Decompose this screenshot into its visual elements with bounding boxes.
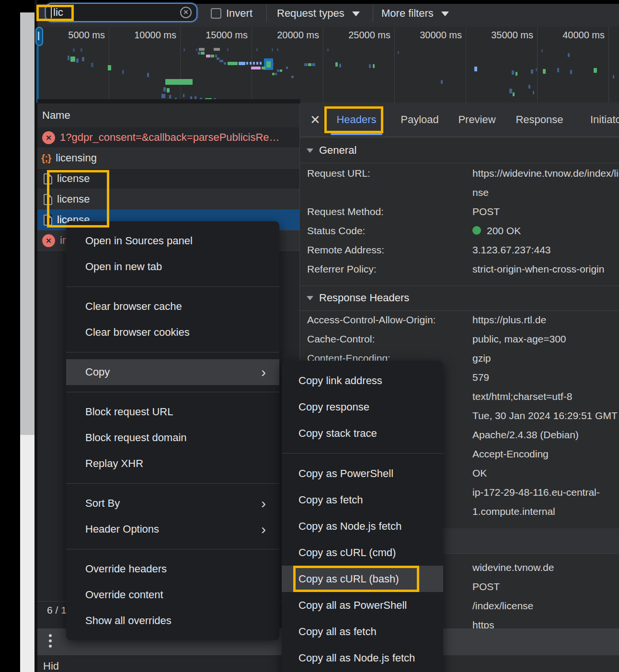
error-icon xyxy=(42,234,55,247)
menu-item-clear-browser-cookies[interactable]: Clear browser cookies xyxy=(66,319,279,345)
waterfall-marker xyxy=(82,57,84,61)
timeline-time-label: 25000 ms xyxy=(323,30,390,42)
page-scrollbar[interactable] xyxy=(20,12,34,672)
tab-payload[interactable]: Payload xyxy=(400,103,439,137)
waterfall-marker xyxy=(169,95,171,99)
waterfall-marker xyxy=(277,48,278,51)
submenu-item-copy-link-address[interactable]: Copy link address xyxy=(282,367,443,394)
json-icon: {;} xyxy=(41,152,51,164)
header-field-value: 200 OK xyxy=(472,221,521,240)
request-row[interactable]: {;}licensing xyxy=(37,148,299,169)
tab-preview[interactable]: Preview xyxy=(458,103,496,137)
timeline-time-label: 10000 ms xyxy=(109,30,176,42)
timeline-time-label: 5000 ms xyxy=(38,30,105,42)
chevron-down-icon xyxy=(352,11,360,16)
menu-item-override-content[interactable]: Override content xyxy=(66,582,279,608)
menu-item-block-request-url[interactable]: Block request URL xyxy=(66,399,279,425)
page-scrollbar-thumb[interactable] xyxy=(20,12,34,435)
chevron-down-icon xyxy=(441,11,449,16)
waterfall-marker xyxy=(260,62,262,65)
page-background-strip xyxy=(0,0,20,672)
context-menu: Open in Sources panelOpen in new tabClea… xyxy=(66,221,279,640)
error-icon xyxy=(42,131,55,144)
submenu-item-copy-as-fetch[interactable]: Copy as fetch xyxy=(282,487,443,513)
invert-checkbox[interactable] xyxy=(211,8,221,19)
submenu-item-copy-as-node-js-fetch[interactable]: Copy as Node.js fetch xyxy=(282,513,443,539)
waterfall-marker xyxy=(312,63,315,66)
submenu-item-copy-as-curl-bash-[interactable]: Copy as cURL (bash) xyxy=(282,566,443,592)
kebab-menu-icon[interactable] xyxy=(49,634,52,637)
menu-divider xyxy=(282,453,443,454)
more-filters-dropdown[interactable]: More filters xyxy=(381,0,449,27)
waterfall-marker xyxy=(211,55,214,57)
timeline-time-label: 20000 ms xyxy=(252,30,319,42)
section-general[interactable]: General xyxy=(300,138,619,163)
waterfall-marker xyxy=(199,48,205,51)
menu-item-sort-by[interactable]: Sort By› xyxy=(66,490,279,516)
overview-selection-handle[interactable] xyxy=(35,27,43,46)
menu-item-copy[interactable]: Copy› xyxy=(66,359,279,385)
waterfall-marker xyxy=(147,73,149,77)
header-field-value: 3.123.67.237:443 xyxy=(472,240,551,260)
request-name: licensing xyxy=(56,152,97,164)
submenu-item-copy-as-curl-cmd-[interactable]: Copy as cURL (cmd) xyxy=(282,539,443,566)
waterfall-marker xyxy=(73,48,75,52)
submenu-item-copy-as-powershell[interactable]: Copy as PowerShell xyxy=(282,460,443,487)
section-divider xyxy=(300,163,619,163)
toolbar-divider xyxy=(266,5,267,22)
header-field-row: Request URL:https://widevine.tvnow.de/in… xyxy=(300,164,619,183)
tab-initiator[interactable]: Initiator xyxy=(581,103,619,137)
waterfall-marker xyxy=(557,68,559,72)
submenu-item-copy-all-as-powershell[interactable]: Copy all as PowerShell xyxy=(282,592,443,618)
waterfall-marker xyxy=(531,69,533,74)
clear-filter-icon[interactable] xyxy=(180,7,192,18)
waterfall-marker xyxy=(441,80,443,84)
close-icon[interactable]: ✕ xyxy=(308,112,323,127)
request-types-dropdown[interactable]: Request types xyxy=(277,0,360,27)
menu-item-override-headers[interactable]: Override headers xyxy=(66,556,279,582)
section-response-headers[interactable]: Response Headers xyxy=(300,285,619,310)
waterfall-marker xyxy=(286,67,288,69)
header-field-row: Cache-Control:public, max-age=300 xyxy=(300,330,619,349)
menu-item-block-request-domain[interactable]: Block request domain xyxy=(66,425,279,451)
header-field-name: Remote Address: xyxy=(307,240,384,260)
header-field-name: Cache-Control: xyxy=(307,330,375,349)
waterfall-marker xyxy=(91,63,93,67)
waterfall-marker xyxy=(304,63,308,66)
header-field-value: Apache/2.4.38 (Debian) xyxy=(472,425,579,444)
menu-item-clear-browser-cache[interactable]: Clear browser cache xyxy=(66,294,279,319)
waterfall-marker xyxy=(219,60,223,62)
status-overflow-text: Hid xyxy=(43,660,59,672)
header-field-value: Accept-Encoding xyxy=(472,444,549,464)
submenu-item-copy-all-as-fetch[interactable]: Copy all as fetch xyxy=(282,618,443,645)
request-types-label: Request types xyxy=(277,0,344,27)
menu-item-open-in-sources-panel[interactable]: Open in Sources panel xyxy=(66,228,279,254)
submenu-item-copy-all-as-node-js-fetch[interactable]: Copy all as Node.js fetch xyxy=(282,645,443,671)
tab-response[interactable]: Response xyxy=(515,103,564,137)
waterfall-marker xyxy=(594,68,597,73)
waterfall-marker xyxy=(280,69,282,72)
waterfall-marker xyxy=(68,56,69,60)
menu-item-open-in-new-tab[interactable]: Open in new tab xyxy=(66,254,279,280)
waterfall-marker xyxy=(163,87,166,91)
waterfall-overview[interactable]: 5000 ms10000 ms15000 ms20000 ms25000 ms3… xyxy=(37,27,619,103)
overview-bottom-shadow xyxy=(37,99,300,103)
menu-item-show-all-overrides[interactable]: Show all overrides xyxy=(66,608,279,634)
header-field-row: Remote Address:3.123.67.237:443 xyxy=(300,240,619,260)
timeline-gridline xyxy=(608,27,609,103)
section-title: Response Headers xyxy=(319,292,409,304)
request-row[interactable]: 1?gdpr_consent=&callback=parsePublicisRe… xyxy=(37,127,299,148)
timeline-time-label: 35000 ms xyxy=(466,30,533,42)
submenu-item-copy-stack-trace[interactable]: Copy stack trace xyxy=(282,420,443,446)
overview-selection-edge[interactable] xyxy=(36,46,39,103)
menu-item-replay-xhr[interactable]: Replay XHR xyxy=(66,451,279,477)
submenu-item-copy-response[interactable]: Copy response xyxy=(282,394,443,420)
name-column-header[interactable]: Name xyxy=(37,103,299,128)
menu-divider xyxy=(66,286,279,287)
waterfall-marker xyxy=(228,62,238,65)
invert-label: Invert xyxy=(226,0,252,27)
waterfall-marker xyxy=(250,62,252,65)
header-field-name: Request URL: xyxy=(307,164,370,183)
menu-item-header-options[interactable]: Header Options› xyxy=(66,516,279,542)
header-field-name: Referrer Policy: xyxy=(307,260,377,279)
